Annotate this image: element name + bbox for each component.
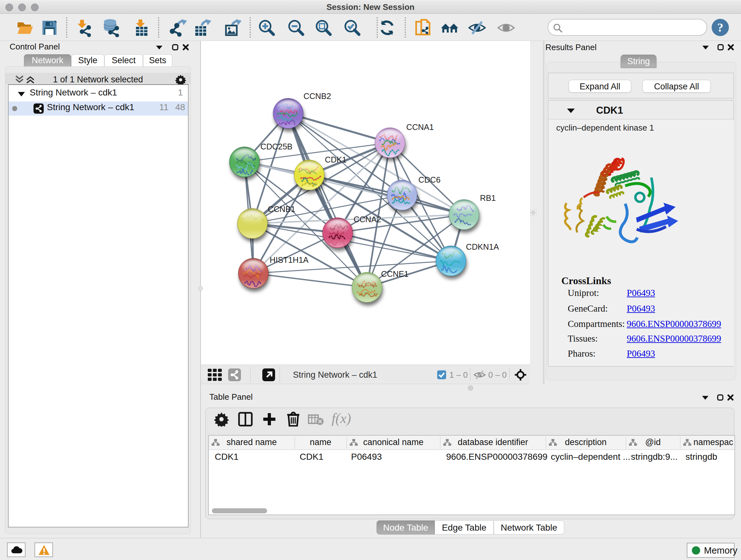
svg-text:CDC25B: CDC25B bbox=[260, 142, 293, 151]
svg-text:CDC6: CDC6 bbox=[418, 175, 441, 184]
svg-text:CDKN1A: CDKN1A bbox=[466, 242, 499, 251]
svg-text:RB1: RB1 bbox=[480, 193, 496, 202]
svg-text:CCNB1: CCNB1 bbox=[268, 205, 295, 213]
svg-text:CDK1: CDK1 bbox=[325, 155, 347, 164]
svg-text:CCNA2: CCNA2 bbox=[354, 215, 381, 224]
svg-text:CCNE1: CCNE1 bbox=[381, 269, 408, 278]
svg-text:HIST1H1A: HIST1H1A bbox=[270, 255, 309, 264]
svg-text:CCNB2: CCNB2 bbox=[304, 91, 331, 101]
svg-text:CCNA1: CCNA1 bbox=[406, 123, 434, 132]
